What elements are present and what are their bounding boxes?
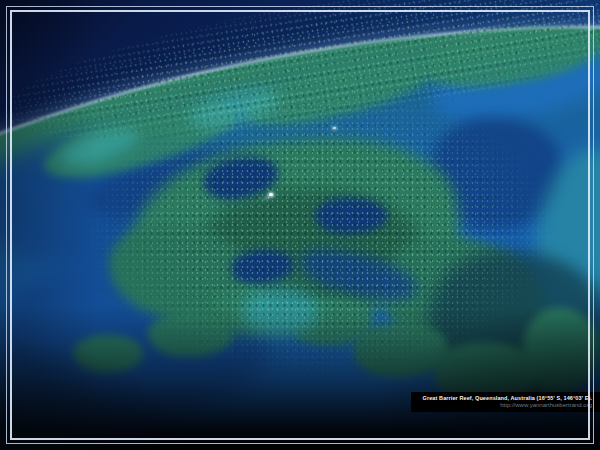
boat-dot bbox=[269, 193, 273, 196]
reef-photo bbox=[0, 0, 600, 450]
boat-dot bbox=[333, 127, 336, 129]
caption-url: http://www.yannarthusbertrand.org bbox=[423, 402, 592, 409]
caption-location: Great Barrier Reef, Queensland, Australi… bbox=[423, 394, 592, 402]
wallpaper-stage: Great Barrier Reef, Queensland, Australi… bbox=[0, 0, 600, 450]
caption-bar: Great Barrier Reef, Queensland, Australi… bbox=[411, 392, 600, 412]
